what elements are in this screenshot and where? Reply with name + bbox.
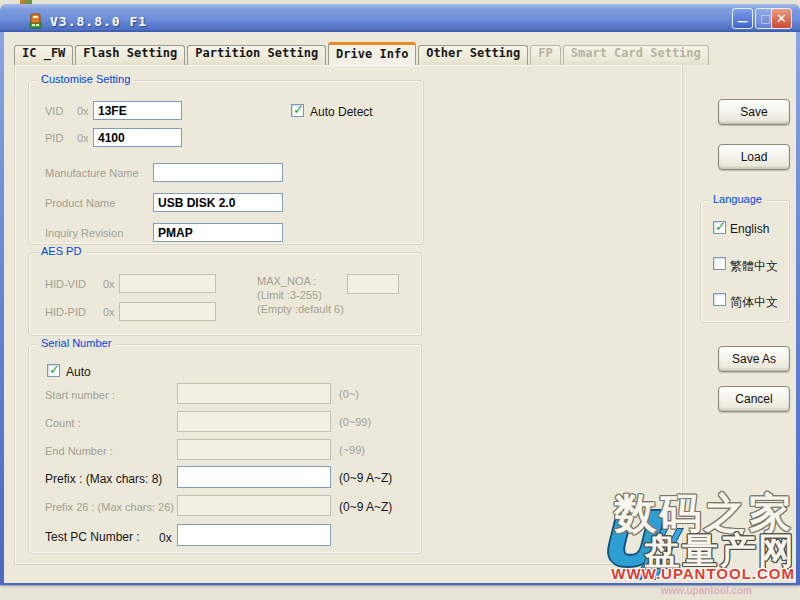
product-name-label: Product Name [45,197,115,209]
group-title: Customise Setting [37,73,134,85]
auto-detect-checkbox[interactable]: ✓ [291,104,304,117]
language-traditional-checkbox[interactable] [713,257,726,270]
hid-pid-hex-prefix: 0x [103,306,115,318]
count-hint: (0~99) [339,416,371,428]
group-customise-setting: Customise Setting VID 0x ✓ Auto Detect P… [28,80,424,245]
tab-drive-info[interactable]: Drive Info [328,42,416,65]
app-icon [27,13,44,30]
tab-other-setting[interactable]: Other Setting [418,45,528,65]
group-title: AES PD [37,245,85,257]
inquiry-revision-label: Inquiry Revision [45,227,123,239]
close-button[interactable]: ✕ [771,8,792,29]
tab-partition-setting[interactable]: Partition Setting [187,45,326,65]
group-title: Serial Number [37,337,115,349]
hid-vid-label: HID-VID [45,278,86,290]
prefix-label: Prefix : (Max chars: 8) [45,472,162,486]
prefix-hint: (0~9 A~Z) [339,471,392,485]
start-number-label: Start number : [45,389,115,401]
count-input [177,411,331,432]
tab-fp: FP [530,45,560,65]
end-number-input [177,439,331,460]
group-title: Language [709,193,766,205]
pid-label: PID [45,132,63,144]
check-icon: ✓ [715,219,726,234]
titlebar: V3.8.8.0 F1 [0,4,800,32]
manufacture-name-input[interactable] [153,163,283,182]
prefix26-input [177,495,331,516]
language-simplified-checkbox[interactable] [713,293,726,306]
count-label: Count : [45,417,80,429]
language-traditional-label: 繁體中文 [730,258,778,275]
language-english-checkbox[interactable]: ✓ [713,221,726,234]
max-noa-default-label: (Empty :default 6) [257,303,344,315]
max-noa-label: MAX_NOA : [257,275,316,287]
prefix-input[interactable] [177,466,331,488]
minimize-button[interactable]: — [732,8,753,29]
max-noa-limit-label: (Limit :3-255) [257,289,322,301]
tab-ic-fw[interactable]: IC _FW [14,45,73,65]
start-number-input [177,383,331,404]
check-icon: ✓ [293,102,304,117]
serial-auto-checkbox[interactable]: ✓ [47,364,60,377]
manufacture-name-label: Manufacture Name [45,167,139,179]
tab-smart-card-setting: Smart Card Setting [563,45,709,65]
vid-input[interactable] [93,101,182,120]
prefix26-hint: (0~9 A~Z) [339,500,392,514]
max-noa-input [347,274,399,294]
vid-hex-prefix: 0x [77,105,89,117]
hid-vid-hex-prefix: 0x [103,278,115,290]
group-aes-pd: AES PD HID-VID 0x HID-PID 0x MAX_NOA : (… [28,252,422,336]
save-as-button[interactable]: Save As [718,346,790,372]
check-icon: ✓ [49,362,60,377]
pid-hex-prefix: 0x [77,132,89,144]
pid-input[interactable] [93,128,182,147]
watermark-ghost-url: www.upantool.com [661,585,752,596]
hid-vid-input [119,274,216,293]
inquiry-revision-input[interactable] [153,223,283,242]
prefix26-label: Prefix 26 : (Max chars: 26) [45,501,174,513]
test-pc-number-input[interactable] [177,524,331,546]
hid-pid-label: HID-PID [45,306,86,318]
end-number-hint: (~99) [339,444,365,456]
watermark-url: WWW.UPANTOOL.COM [611,565,795,582]
load-button[interactable]: Load [718,144,790,170]
window-title: V3.8.8.0 F1 [50,14,147,29]
test-pc-hex-prefix: 0x [159,531,172,545]
cancel-button[interactable]: Cancel [718,386,790,412]
group-language: Language ✓ English 繁體中文 简体中文 [700,200,790,323]
screen: V3.8.8.0 F1 — □ ✕ IC _FW Flash Setting P… [0,0,800,600]
tab-bar: IC _FW Flash Setting Partition Setting D… [14,42,711,65]
serial-auto-label: Auto [66,365,91,379]
tab-flash-setting[interactable]: Flash Setting [75,45,185,65]
group-serial-number: Serial Number ✓ Auto Start number : (0~)… [28,344,422,554]
save-button[interactable]: Save [718,99,790,125]
language-english-label: English [730,222,769,236]
hid-pid-input [119,302,216,321]
test-pc-number-label: Test PC Number : [45,530,140,544]
start-number-hint: (0~) [339,388,359,400]
vid-label: VID [45,105,63,117]
product-name-input[interactable] [153,193,283,212]
language-simplified-label: 简体中文 [730,294,778,311]
end-number-label: End Number : [45,445,113,457]
auto-detect-label: Auto Detect [310,105,373,119]
